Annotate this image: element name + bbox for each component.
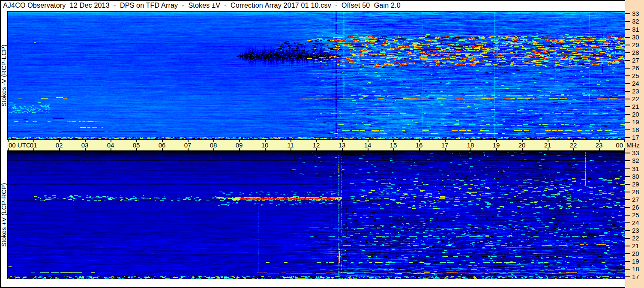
time-tick-label: 01 [30,141,37,149]
time-tick-label: 04 [107,141,114,149]
frequency-tick-label: 30 [632,173,639,180]
spectrogram-panel-top [7,11,625,140]
frequency-tick-label: 20 [632,250,639,257]
frequency-tick [625,91,630,92]
frequency-tick [625,68,630,69]
time-tick-label: 00 UTC [9,141,31,149]
time-tick-label: 09 [236,141,243,149]
frequency-tick-label: 32 [632,157,639,164]
frequency-tick [625,176,630,177]
frequency-tick [625,106,630,107]
frequency-tick [625,215,630,216]
panel-label-stokes-plus-v: Stokes +V (LCP-RCP) [0,183,7,247]
time-tick-label: 16 [416,141,423,149]
frequency-tick [625,261,630,262]
frequency-tick-label: 26 [632,64,639,72]
spectrogram-canvas-top [8,12,625,139]
frequency-tick-label: 27 [632,196,639,203]
panel-label-stokes-minus-v: Stokes -V (RCP-LCP) [0,44,7,106]
frequency-tick-label: 24 [632,80,639,87]
frequency-tick [625,83,630,84]
time-tick-label: 22 [570,141,577,149]
frequency-tick [625,222,630,223]
time-tick [624,140,625,142]
left-axis-label-top: Stokes -V (RCP-LCP) [0,11,7,140]
time-tick-label: 18 [467,141,474,149]
frequency-tick-label: 29 [632,41,639,48]
frequency-tick [625,137,630,138]
frequency-tick-label: 23 [632,227,639,234]
frequency-tick [625,114,630,115]
frequency-scale: 3332313029282726252423222120191817333231… [625,0,644,288]
frequency-tick-label: 27 [632,57,639,64]
frequency-tick-label: 29 [632,180,639,188]
time-tick-label: 13 [338,141,346,149]
time-tick-label: 11 [287,141,294,149]
frequency-tick [625,52,630,53]
frequency-tick [625,230,630,231]
frequency-tick [625,184,630,185]
left-axis-label-bottom: Stokes +V (LCP-RCP) [0,150,7,279]
frequency-tick [625,75,630,76]
frequency-tick [625,122,630,123]
frequency-tick-label: 19 [632,258,639,265]
frequency-tick-label: 31 [632,26,639,33]
frequency-tick-label: 28 [632,188,639,195]
frequency-tick-label: 31 [632,165,639,172]
time-tick-label: 05 [133,141,140,149]
time-tick-label: 21 [544,141,551,149]
frequency-tick-label: 32 [632,18,639,25]
time-tick-label: 15 [390,141,397,149]
frequency-tick [625,129,630,130]
time-tick-label: 12 [313,141,320,149]
frequency-tick [625,276,630,277]
frequency-tick-label: 20 [632,111,639,118]
spectrograph-window: AJ4CO Observatory 12 Dec 2013 - DPS on T… [0,0,644,288]
time-tick-label: 23 [596,141,603,149]
time-tick-label: 06 [159,141,166,149]
frequency-tick-label: 33 [632,10,639,17]
frequency-tick [625,60,630,61]
frequency-tick [625,168,630,169]
time-tick-label: 03 [81,141,89,149]
spectrogram-canvas-bottom [8,151,625,279]
frequency-tick [625,29,630,30]
time-tick-label: 07 [184,141,192,149]
frequency-tick-label: 19 [632,118,639,126]
frequency-tick-label: 26 [632,204,639,211]
time-tick-label: 19 [493,141,500,149]
frequency-tick [625,192,630,192]
spectrogram-panel-bottom [7,150,625,279]
frequency-tick [625,37,630,38]
frequency-tick-label: 21 [632,242,639,249]
frequency-tick [625,45,630,45]
frequency-tick-label: 33 [632,149,639,156]
frequency-tick [625,13,630,14]
time-tick-label: 02 [56,141,63,149]
frequency-tick [625,199,630,200]
time-tick-label: 10 [261,141,269,149]
frequency-tick [625,246,630,246]
frequency-tick-label: 21 [632,103,639,110]
time-tick-label: 08 [210,141,217,149]
time-tick-label: 20 [518,141,526,149]
frequency-tick-label: 17 [632,273,639,280]
frequency-tick-label: 25 [632,72,639,79]
time-tick-label: 17 [441,141,449,149]
frequency-tick-label: 28 [632,49,639,56]
frequency-tick [625,153,630,153]
time-tick-label: 14 [364,141,371,149]
frequency-tick-label: 25 [632,211,639,219]
frequency-tick-label: 18 [632,126,639,133]
frequency-tick-label: 24 [632,219,639,226]
frequency-tick-label: 22 [632,234,639,242]
title-bar: AJ4CO Observatory 12 Dec 2013 - DPS on T… [3,2,401,9]
time-axis: 00 UTC0102030405060708091011121314151617… [7,140,625,150]
frequency-tick-label: 22 [632,95,639,102]
frequency-tick [625,269,630,270]
frequency-tick-label: 30 [632,33,639,41]
frequency-tick [625,21,630,22]
frequency-tick-label: 23 [632,87,639,95]
frequency-tick [625,238,630,239]
frequency-tick-label: 17 [632,134,639,141]
